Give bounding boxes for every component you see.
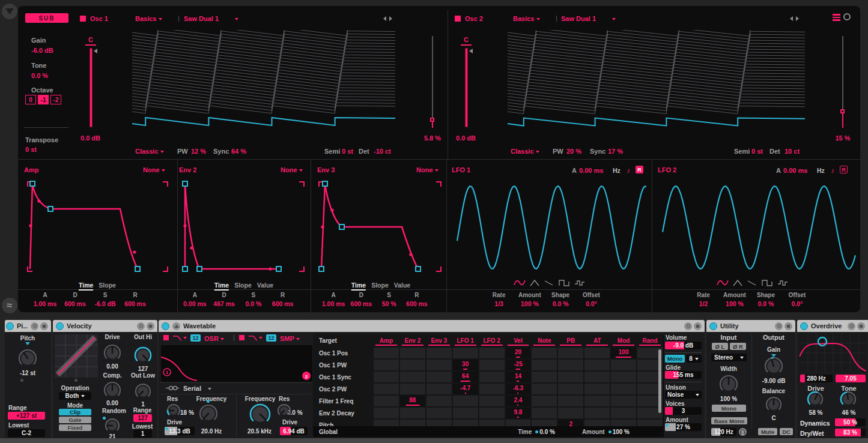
balance-value[interactable]: C (771, 415, 775, 421)
utility-title-bar[interactable]: Utility (706, 320, 795, 332)
triangle-shape-icon[interactable] (733, 279, 743, 287)
matrix-cell[interactable]: -4.7 (452, 383, 479, 395)
matrix-cell[interactable] (479, 407, 505, 419)
matrix-col-note[interactable]: Note (531, 334, 557, 347)
square-shape-icon[interactable] (762, 279, 773, 287)
overdrive-drive-knob[interactable] (806, 390, 825, 409)
param-value-shape[interactable]: 0.0 % (545, 300, 576, 307)
matrix-cell[interactable] (426, 359, 452, 371)
matrix-cell[interactable] (610, 371, 637, 383)
matrix-cell[interactable] (426, 407, 452, 419)
param-value-a[interactable]: 1.00 ms (30, 300, 60, 307)
global-time-value[interactable]: 0.0 % (539, 429, 555, 435)
filter2-type-icon[interactable] (248, 334, 258, 341)
dc-filter-button[interactable]: DC (780, 428, 793, 435)
filter-display[interactable]: 1 2 (161, 345, 312, 382)
matrix-cell[interactable] (557, 347, 584, 359)
velocity-operation-dropdown[interactable]: Both (59, 392, 91, 400)
osc1-enable-toggle[interactable] (80, 16, 86, 22)
matrix-cell[interactable]: 14 (505, 371, 532, 383)
matrix-cell[interactable] (479, 395, 505, 407)
phase-invert-right-button[interactable]: Ø R (730, 343, 746, 350)
gain-value[interactable]: -6.0 dB (31, 47, 53, 54)
filter1-freq-knob[interactable] (198, 403, 219, 424)
osc2-mode-dropdown[interactable]: Classic (511, 148, 539, 155)
lfo1-shape-selector[interactable] (514, 279, 586, 287)
overdrive-freq-value[interactable]: 280 Hz (800, 375, 833, 382)
save-preset-icon[interactable] (785, 322, 792, 330)
filter2-circuit-dropdown[interactable]: SMP (280, 335, 300, 342)
osc1-semi-value[interactable]: 0 st (342, 148, 353, 155)
param-value-rate[interactable]: 1/2 (688, 300, 719, 307)
wt-unison-mode-dropdown[interactable]: Noise (665, 391, 702, 399)
osc2-sync-value[interactable]: 17 % (608, 148, 623, 155)
filter2-slope-button[interactable]: 12 (266, 334, 276, 342)
matrix-col-lfo-1[interactable]: LFO 1 (452, 334, 479, 347)
matrix-cell[interactable] (399, 371, 426, 383)
square-shape-icon[interactable] (559, 279, 570, 287)
velocity-curve-display[interactable] (55, 334, 98, 378)
matrix-cell[interactable] (557, 395, 584, 407)
tab-value[interactable]: Value (394, 282, 410, 291)
saw-shape-icon[interactable] (544, 279, 554, 287)
overdrive-drive-value[interactable]: 58 % (809, 409, 823, 416)
osc2-enable-toggle[interactable] (455, 16, 461, 22)
wavetable-prev-next-arrows[interactable] (790, 16, 799, 21)
overdrive-drywet-value[interactable]: 83 % (835, 429, 866, 436)
filter-routing-dropdown[interactable]: Serial (183, 385, 211, 392)
filter1-type-icon[interactable] (172, 334, 182, 341)
lfo1-attack-value[interactable]: 0.00 ms (579, 167, 603, 174)
velocity-out-hi-knob[interactable] (133, 345, 153, 366)
lfo1-retrigger-button[interactable]: R (636, 166, 643, 173)
save-preset-icon[interactable] (857, 322, 865, 330)
transpose-value[interactable]: 0 st (25, 146, 37, 153)
utility-gain-value[interactable]: -9.00 dB (762, 378, 786, 384)
overdrive-tone-value[interactable]: 46 % (842, 409, 856, 416)
random-shape-icon[interactable] (574, 279, 586, 287)
param-value-r[interactable]: 600 ms (403, 300, 431, 307)
matrix-cell[interactable] (610, 395, 637, 407)
arrow-left-icon[interactable] (790, 16, 793, 21)
mode-button-gate[interactable]: Gate (59, 417, 91, 423)
save-preset-icon[interactable] (694, 322, 702, 330)
matrix-cell[interactable]: 88 (399, 395, 426, 407)
param-value-a[interactable]: 1.00 ms (320, 300, 347, 307)
wt-unison-voices-value[interactable]: 3 (665, 407, 702, 415)
matrix-cell[interactable] (399, 347, 426, 359)
matrix-cell[interactable]: 64 (452, 371, 479, 383)
osc2-wavetable-display[interactable] (508, 30, 805, 137)
velocity-lowest-value[interactable]: 1 (133, 430, 152, 438)
chevron-down-icon[interactable] (183, 337, 187, 339)
param-value-offset[interactable]: 0.0° (576, 300, 607, 307)
matrix-cell[interactable] (557, 383, 584, 395)
osc1-position-slider[interactable] (432, 36, 433, 126)
hot-swap-icon[interactable] (684, 322, 692, 330)
tab-value[interactable]: Value (257, 282, 273, 291)
osc2-position-value[interactable]: 15 % (835, 134, 850, 142)
octave-button-0[interactable]: 0 (25, 95, 36, 104)
matrix-cell[interactable] (399, 383, 426, 395)
filter1-res-value[interactable]: 18 % (180, 409, 194, 416)
headphones-icon[interactable] (739, 428, 747, 436)
osc1-wavetable-dropdown[interactable]: Saw Dual 1 (184, 15, 238, 22)
matrix-row-osc-1-pos[interactable]: Osc 1 Pos (313, 347, 373, 359)
matrix-cell[interactable] (584, 359, 610, 371)
param-value-rate[interactable]: 1/3 (484, 300, 514, 307)
osc2-wavetable-dropdown[interactable]: Saw Dual 1 (561, 15, 616, 22)
hot-swap-icon[interactable] (137, 322, 145, 330)
utility-gain-knob[interactable] (763, 355, 785, 377)
lfo1-hz-mode[interactable]: Hz (613, 167, 621, 174)
filter1-freq-value[interactable]: 20.0 Hz (201, 428, 222, 435)
matrix-row-env-2-decay[interactable]: Env 2 Decay (313, 407, 373, 419)
matrix-row-osc-2-pw[interactable]: Osc 2 PW (313, 383, 373, 395)
filter1-drive-value[interactable]: 13.3 dB (165, 427, 195, 435)
param-value-s[interactable]: 0.0 % (239, 300, 269, 307)
param-value-d[interactable]: 600 ms (347, 300, 375, 307)
osc1-det-value[interactable]: -10 ct (374, 148, 391, 155)
filter2-enable-toggle[interactable] (239, 335, 244, 340)
channel-mode-dropdown[interactable]: Stereo (711, 354, 747, 361)
pitch-knob[interactable] (17, 348, 38, 369)
matrix-cell[interactable] (557, 407, 584, 419)
param-value-s[interactable]: -6.0 dB (90, 300, 120, 307)
matrix-cell[interactable] (373, 347, 399, 359)
